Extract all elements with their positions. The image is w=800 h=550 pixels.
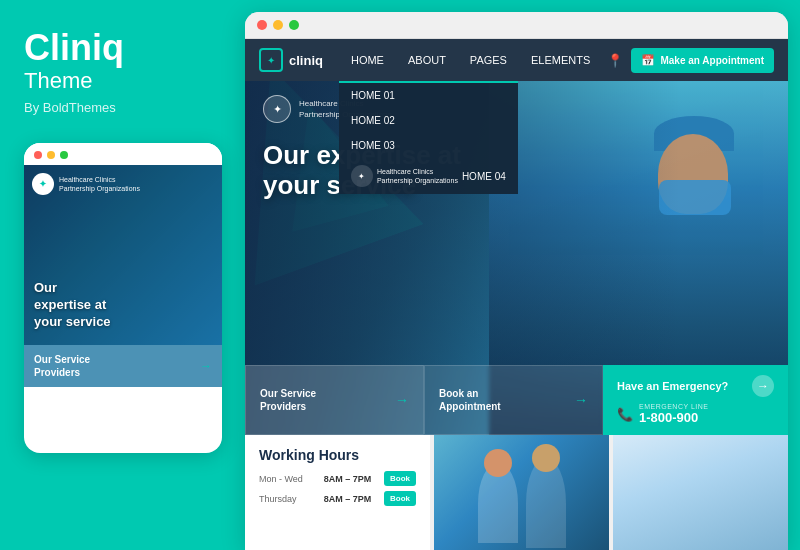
nav-item-about[interactable]: ABOUT [396,39,458,81]
nav-item-pages[interactable]: PAGES [458,39,519,81]
nav-dropdown-item-4[interactable]: ✦ Healthcare ClinicsPartnership Organiza… [339,158,518,194]
staff-figure-2 [526,458,566,548]
emergency-number: 1-800-900 [639,410,709,425]
mockup-logo-icon: ✦ [32,173,54,195]
website-content: ✦ cliniq HOME HOME 01 HOME 02 HOME 03 ✦ … [245,39,788,550]
service-card-arrow-1: → [395,392,409,408]
emergency-title: Have an Emergency? → [617,375,774,397]
mockup-arrow-icon: → [200,359,212,373]
nav-dropdown: HOME 01 HOME 02 HOME 03 ✦ Healthcare Cli… [339,81,518,194]
mockup-service-bar[interactable]: Our Service Providers → [24,345,222,387]
dot-green [60,151,68,159]
mockup-logo-row: ✦ Healthcare Clinics Partnership Organiz… [32,173,140,195]
working-hours-title: Working Hours [259,447,416,463]
bottom-img2-content [613,435,788,550]
wh-day-2: Thursday [259,494,311,504]
site-nav: ✦ cliniq HOME HOME 01 HOME 02 HOME 03 ✦ … [245,39,788,81]
service-card-providers[interactable]: Our Service Providers → [245,365,424,435]
emergency-info: EMERGENCY LINE 1-800-900 [639,403,709,425]
emergency-circle-icon[interactable]: → [752,375,774,397]
wh-time-2: 8AM – 7PM [324,494,372,504]
nav-items: HOME HOME 01 HOME 02 HOME 03 ✦ Healthcar… [339,39,602,81]
nav-logo-icon: ✦ [259,48,283,72]
service-cards-row: Our Service Providers → Book an Appointm… [245,365,788,435]
emergency-line: 📞 EMERGENCY LINE 1-800-900 [617,403,774,425]
service-card-appointment[interactable]: Book an Appointment → [424,365,603,435]
nav-logo: ✦ cliniq [259,48,323,72]
wh-book-btn-2[interactable]: Book [384,491,416,506]
mockup-hero-text: Our expertise at your service [34,280,111,331]
service-card-arrow-2: → [574,392,588,408]
nav-logo-text: cliniq [289,53,323,68]
hero-logo-icon-small: ✦ [351,165,373,187]
service-card-text-1: Our Service Providers [260,387,316,413]
nav-dropdown-item-1[interactable]: HOME 01 [339,83,518,108]
staff-head-1 [484,449,512,477]
mockup-hero: ✦ Healthcare Clinics Partnership Organiz… [24,165,222,345]
nav-item-elements[interactable]: ELEMENTS [519,39,602,81]
staff-head-2 [532,444,560,472]
browser-dot-yellow[interactable] [273,20,283,30]
calendar-icon: 📅 [641,54,655,67]
mobile-mockup: ✦ Healthcare Clinics Partnership Organiz… [24,143,222,453]
wh-book-btn-1[interactable]: Book [384,471,416,486]
hero-logo-icon: ✦ [263,95,291,123]
hero-logo-line1: Healthcare ClinicsPartnership Organizati… [377,167,458,185]
bottom-section: Working Hours Mon - Wed 8AM – 7PM Book T… [245,435,788,550]
service-card-text-2: Book an Appointment [439,387,501,413]
browser-window: ✦ cliniq HOME HOME 01 HOME 02 HOME 03 ✦ … [245,12,788,550]
emergency-card: Have an Emergency? → 📞 EMERGENCY LINE 1-… [603,365,788,435]
mockup-service-label: Our Service Providers [34,353,90,379]
mockup-logo-text: Healthcare Clinics Partnership Organizat… [59,175,140,193]
bottom-img1-content [434,435,609,550]
nav-dropdown-item-3[interactable]: HOME 03 [339,133,518,158]
staff-figure-1 [478,463,518,543]
wh-day-1: Mon - Wed [259,474,311,484]
browser-dot-green[interactable] [289,20,299,30]
brand-by: By BoldThemes [24,100,116,115]
nav-item-home[interactable]: HOME HOME 01 HOME 02 HOME 03 ✦ Healthcar… [339,39,396,81]
nav-dropdown-item-2[interactable]: HOME 02 [339,108,518,133]
working-hours-card: Working Hours Mon - Wed 8AM – 7PM Book T… [245,435,430,550]
emergency-phone-icon: 📞 [617,407,633,422]
bottom-image-clinic [613,435,788,550]
dot-red [34,151,42,159]
pin-icon: 📍 [607,53,623,68]
mockup-dots [24,143,222,165]
browser-dot-red[interactable] [257,20,267,30]
browser-bar [245,12,788,39]
brand-subtitle: Theme [24,68,92,94]
wh-row-1: Mon - Wed 8AM – 7PM Book [259,471,416,486]
bottom-image-medical-staff [434,435,609,550]
appointment-button[interactable]: 📅 Make an Appointment [631,48,774,73]
brand-name: Cliniq [24,28,124,68]
wh-time-1: 8AM – 7PM [324,474,372,484]
wh-row-2: Thursday 8AM – 7PM Book [259,491,416,506]
dot-yellow [47,151,55,159]
left-panel: Cliniq Theme By BoldThemes ✦ Healthcare … [0,0,245,550]
